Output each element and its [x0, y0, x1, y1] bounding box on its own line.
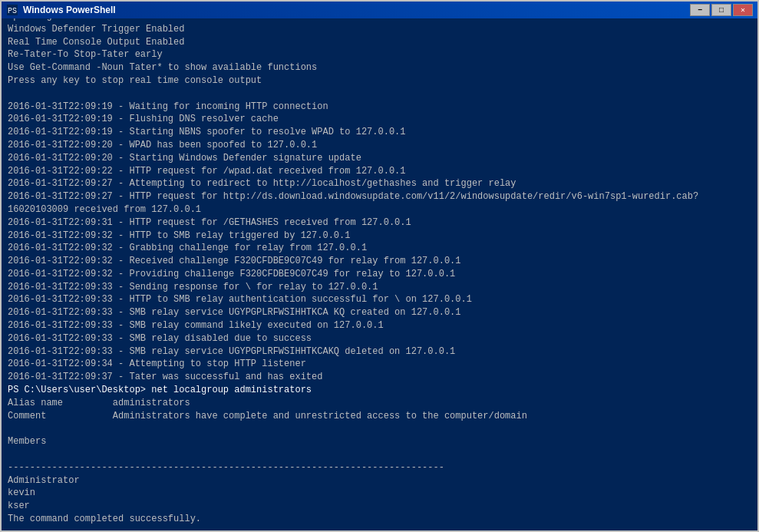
console-line: 2016-01-31T22:09:32 - Providing challeng…: [8, 268, 751, 281]
powershell-icon: PS: [6, 4, 18, 16]
close-button[interactable]: ✕: [733, 4, 753, 16]
console-line: 2016-01-31T22:09:20 - Starting Windows D…: [8, 152, 751, 165]
console-line: 2016-01-31T22:09:27 - Attempting to redi…: [8, 177, 751, 190]
console-line: Members: [8, 435, 751, 448]
console-line: 2016-01-31T22:09:33 - SMB relay service …: [8, 345, 751, 359]
console-line: Use Get-Command -Noun Tater* to show ava…: [8, 61, 751, 74]
console-line: 2016-01-31T22:09:22 - HTTP request for /…: [8, 165, 751, 178]
console-line: 2016-01-31T22:09:27 - HTTP request for h…: [8, 190, 751, 216]
console-line: 2016-01-31T22:09:19 - Flushing DNS resol…: [8, 113, 751, 126]
console-line: kevin: [8, 487, 751, 500]
console-line: 2016-01-31T22:09:19 - Starting NBNS spoo…: [8, 126, 751, 139]
console-line: 2016-01-31T22:09:33 - SMB relay disabled…: [8, 332, 751, 345]
maximize-button[interactable]: □: [711, 4, 731, 16]
console-line: Windows Defender Trigger Enabled: [8, 23, 751, 36]
console-line: Real Time Console Output Enabled: [8, 36, 751, 49]
title-bar: PS Windows PowerShell − □ ✕: [2, 2, 757, 18]
console-line: 2016-01-31T22:09:32 - Grabbing challenge…: [8, 242, 751, 255]
console-line: 2016-01-31T22:09:34 - Attempting to stop…: [8, 358, 751, 371]
title-bar-buttons: − □ ✕: [690, 4, 753, 16]
console-line: Comment Administrators have complete and…: [8, 410, 751, 423]
minimize-button[interactable]: −: [690, 4, 710, 16]
console-line: [8, 448, 751, 461]
console-line: [8, 422, 751, 435]
console-line: 2016-01-31T22:09:33 - SMB relay service …: [8, 306, 751, 319]
console-line: 2016-01-31T22:09:33 - SMB relay command …: [8, 319, 751, 332]
console-output[interactable]: PS C:\Users\user\Desktop> net localgroup…: [2, 18, 757, 530]
console-line: 2016-01-31T22:09:31 - HTTP request for /…: [8, 216, 751, 230]
console-line: The command completed successfully.: [8, 513, 751, 526]
console-line: 2016-01-31T22:09:33 - Sending response f…: [8, 281, 751, 294]
console-line: 2016-01-31T22:09:32 - Received challenge…: [8, 255, 751, 268]
console-line: ----------------------------------------…: [8, 461, 751, 474]
console-line: 2016-01-31T22:09:20 - WPAD has been spoo…: [8, 139, 751, 152]
console-line: 2016-01-31T22:09:37 - Tater was successf…: [8, 371, 751, 384]
console-line: Alias name administrators: [8, 397, 751, 410]
console-line: 2016-01-31T22:09:32 - HTTP to SMB relay …: [8, 230, 751, 243]
console-line: 2016-01-31T22:09:19 - Waiting for incomi…: [8, 101, 751, 114]
console-line: Administrator: [8, 474, 751, 487]
console-line: Re-Tater-To Stop-Tater early: [8, 48, 751, 61]
console-line: Press any key to stop real time console …: [8, 74, 751, 88]
svg-text:PS: PS: [8, 7, 17, 15]
powershell-window: PS Windows PowerShell − □ ✕ PS C:\Users\…: [0, 0, 759, 532]
title-bar-left: PS Windows PowerShell: [6, 4, 116, 16]
console-line: [8, 88, 751, 101]
window-title: Windows PowerShell: [23, 5, 116, 15]
console-line: PS C:\Users\user\Desktop> net localgroup…: [8, 384, 751, 397]
console-line: kser: [8, 500, 751, 513]
console-line: 2016-01-31T22:09:33 - HTTP to SMB relay …: [8, 293, 751, 306]
